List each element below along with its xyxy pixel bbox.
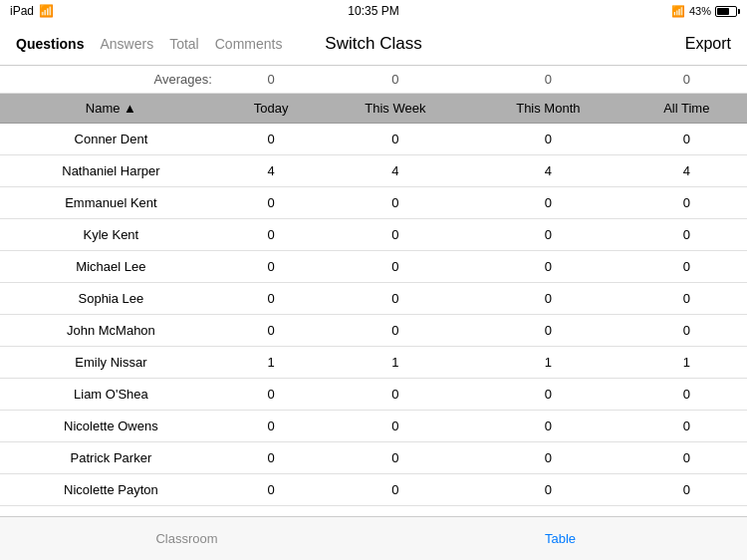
tab-total[interactable]: Total bbox=[169, 32, 199, 56]
cell-thismonth: 0 bbox=[470, 219, 626, 251]
cell-name: Patrick Parker bbox=[0, 442, 222, 474]
cell-alltime: 0 bbox=[626, 442, 747, 474]
cell-alltime: 0 bbox=[626, 379, 747, 411]
nav-bar: Questions Answers Total Comments Switch … bbox=[0, 22, 747, 66]
bottom-bar: Classroom Table bbox=[0, 516, 747, 560]
cell-thismonth: 0 bbox=[470, 379, 626, 411]
cell-name: Michael Lee bbox=[0, 251, 222, 283]
cell-today: 0 bbox=[222, 283, 321, 315]
cell-thisweek: 4 bbox=[321, 155, 470, 187]
table-row: Patrick Parker 0 0 0 0 bbox=[0, 442, 747, 474]
cell-today: 0 bbox=[222, 474, 321, 506]
cell-thismonth: 0 bbox=[470, 251, 626, 283]
bottom-tab-classroom[interactable]: Classroom bbox=[0, 531, 374, 546]
cell-thisweek: 0 bbox=[321, 219, 470, 251]
table-container: Averages: 0 0 0 0 Name ▲ Today This Week… bbox=[0, 66, 747, 516]
averages-row: Averages: 0 0 0 0 bbox=[0, 66, 747, 94]
cell-thisweek: 0 bbox=[321, 411, 470, 442]
cell-thismonth: 0 bbox=[470, 315, 626, 347]
bluetooth-icon: 📶 bbox=[671, 5, 685, 18]
cell-alltime: 0 bbox=[626, 219, 747, 251]
table-row: Conner Dent 0 0 0 0 bbox=[0, 124, 747, 155]
cell-thismonth: 0 bbox=[470, 474, 626, 506]
averages-label: Averages: bbox=[0, 66, 222, 94]
data-table: Averages: 0 0 0 0 Name ▲ Today This Week… bbox=[0, 66, 747, 506]
cell-name: Nicolette Payton bbox=[0, 474, 222, 506]
cell-today: 0 bbox=[222, 411, 321, 442]
table-row: Nicolette Payton 0 0 0 0 bbox=[0, 474, 747, 506]
table-row: Sophia Lee 0 0 0 0 bbox=[0, 283, 747, 315]
cell-name: John McMahon bbox=[0, 315, 222, 347]
cell-today: 0 bbox=[222, 379, 321, 411]
tab-comments[interactable]: Comments bbox=[215, 32, 283, 56]
cell-thisweek: 0 bbox=[321, 315, 470, 347]
battery-icon bbox=[715, 6, 737, 17]
col-thismonth[interactable]: This Month bbox=[470, 94, 626, 124]
cell-alltime: 4 bbox=[626, 155, 747, 187]
cell-alltime: 0 bbox=[626, 124, 747, 155]
cell-name: Emily Nissar bbox=[0, 347, 222, 379]
col-thisweek[interactable]: This Week bbox=[321, 94, 470, 124]
avg-thismonth: 0 bbox=[470, 66, 626, 94]
cell-name: Conner Dent bbox=[0, 124, 222, 155]
cell-thisweek: 0 bbox=[321, 379, 470, 411]
cell-name: Nathaniel Harper bbox=[0, 155, 222, 187]
col-name[interactable]: Name ▲ bbox=[0, 94, 222, 124]
cell-thismonth: 1 bbox=[470, 347, 626, 379]
cell-thismonth: 0 bbox=[470, 411, 626, 442]
cell-alltime: 0 bbox=[626, 315, 747, 347]
table-body: Conner Dent 0 0 0 0 Nathaniel Harper 4 4… bbox=[0, 124, 747, 506]
cell-thisweek: 0 bbox=[321, 442, 470, 474]
cell-today: 1 bbox=[222, 347, 321, 379]
cell-name: Emmanuel Kent bbox=[0, 187, 222, 219]
cell-today: 4 bbox=[222, 155, 321, 187]
cell-thisweek: 0 bbox=[321, 474, 470, 506]
cell-alltime: 0 bbox=[626, 187, 747, 219]
tab-answers[interactable]: Answers bbox=[100, 32, 153, 56]
status-bar: iPad 📶 10:35 PM 📶 43% bbox=[0, 0, 747, 22]
cell-name: Kyle Kent bbox=[0, 219, 222, 251]
avg-thisweek: 0 bbox=[321, 66, 470, 94]
nav-tabs: Questions Answers Total Comments bbox=[16, 32, 282, 56]
cell-thisweek: 0 bbox=[321, 283, 470, 315]
col-alltime[interactable]: All Time bbox=[626, 94, 747, 124]
device-label: iPad bbox=[10, 4, 34, 18]
cell-thisweek: 0 bbox=[321, 124, 470, 155]
cell-today: 0 bbox=[222, 442, 321, 474]
cell-name: Liam O'Shea bbox=[0, 379, 222, 411]
cell-alltime: 1 bbox=[626, 347, 747, 379]
cell-alltime: 0 bbox=[626, 283, 747, 315]
table-row: Nicolette Owens 0 0 0 0 bbox=[0, 411, 747, 442]
avg-alltime: 0 bbox=[626, 66, 747, 94]
cell-thisweek: 0 bbox=[321, 251, 470, 283]
cell-name: Nicolette Owens bbox=[0, 411, 222, 442]
cell-alltime: 0 bbox=[626, 251, 747, 283]
col-today[interactable]: Today bbox=[222, 94, 321, 124]
table-row: Emmanuel Kent 0 0 0 0 bbox=[0, 187, 747, 219]
status-time: 10:35 PM bbox=[348, 4, 398, 18]
bottom-tab-table[interactable]: Table bbox=[374, 531, 747, 546]
cell-alltime: 0 bbox=[626, 474, 747, 506]
export-button[interactable]: Export bbox=[685, 35, 731, 53]
cell-today: 0 bbox=[222, 187, 321, 219]
cell-thismonth: 0 bbox=[470, 283, 626, 315]
cell-today: 0 bbox=[222, 219, 321, 251]
battery-label: 43% bbox=[689, 5, 711, 17]
table-row: John McMahon 0 0 0 0 bbox=[0, 315, 747, 347]
cell-today: 0 bbox=[222, 251, 321, 283]
nav-title: Switch Class bbox=[325, 34, 421, 54]
header-row: Name ▲ Today This Week This Month All Ti… bbox=[0, 94, 747, 124]
avg-today: 0 bbox=[222, 66, 321, 94]
cell-today: 0 bbox=[222, 315, 321, 347]
table-row: Emily Nissar 1 1 1 1 bbox=[0, 347, 747, 379]
cell-thismonth: 0 bbox=[470, 442, 626, 474]
table-row: Liam O'Shea 0 0 0 0 bbox=[0, 379, 747, 411]
table-row: Kyle Kent 0 0 0 0 bbox=[0, 219, 747, 251]
cell-thisweek: 1 bbox=[321, 347, 470, 379]
cell-name: Sophia Lee bbox=[0, 283, 222, 315]
cell-thismonth: 0 bbox=[470, 124, 626, 155]
status-left: iPad 📶 bbox=[10, 4, 54, 18]
cell-thismonth: 4 bbox=[470, 155, 626, 187]
tab-questions[interactable]: Questions bbox=[16, 32, 84, 56]
cell-alltime: 0 bbox=[626, 411, 747, 442]
